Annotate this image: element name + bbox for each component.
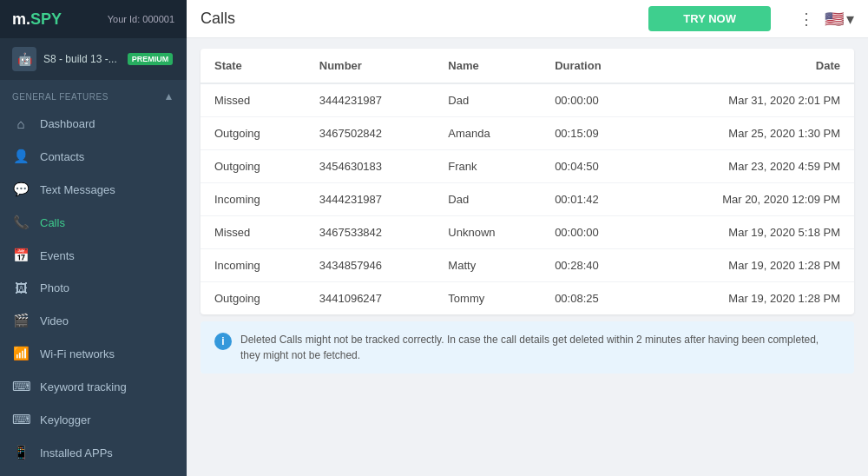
sidebar-item-dashboard[interactable]: ⌂ Dashboard bbox=[0, 108, 187, 140]
cell-name: Tommy bbox=[434, 282, 541, 315]
cell-date: Mar 19, 2020 5:18 PM bbox=[647, 216, 854, 249]
table-row: Incoming3444231987Dad00:01:42Mar 20, 202… bbox=[201, 183, 854, 216]
cell-number: 3441096247 bbox=[306, 282, 435, 315]
cell-duration: 00:15:09 bbox=[541, 117, 647, 150]
logo: m.SPY bbox=[12, 10, 62, 29]
logo-bar: m.SPY Your Id: 000001 bbox=[0, 0, 187, 38]
cell-name: Dad bbox=[434, 183, 541, 216]
sidebar-item-contacts[interactable]: 👤 Contacts bbox=[0, 140, 187, 173]
cell-name: Unknown bbox=[434, 216, 541, 249]
cell-number: 3467502842 bbox=[306, 117, 435, 150]
table-row: Outgoing3441096247Tommy00:08:25Mar 19, 2… bbox=[201, 282, 854, 315]
cell-duration: 00:00:00 bbox=[541, 83, 647, 117]
device-bar: 🤖 S8 - build 13 -... PREMIUM bbox=[0, 38, 187, 80]
cell-number: 3434857946 bbox=[306, 249, 435, 282]
table-row: Incoming3434857946Matty00:28:40Mar 19, 2… bbox=[201, 249, 854, 282]
cell-duration: 00:01:42 bbox=[541, 183, 647, 216]
sidebar-label-calls: Calls bbox=[40, 216, 65, 229]
cell-date: Mar 31, 2020 2:01 PM bbox=[647, 83, 854, 117]
more-options-button[interactable]: ⋮ bbox=[795, 10, 818, 29]
cell-state: Missed bbox=[201, 216, 306, 249]
language-selector-button[interactable]: 🇺🇸 ▾ bbox=[825, 10, 854, 29]
info-text: Deleted Calls might not be tracked corre… bbox=[240, 332, 840, 363]
logo-m: m. bbox=[12, 10, 30, 28]
sidebar-label-installed-apps: Installed APPs bbox=[40, 446, 113, 459]
text-messages-icon: 💬 bbox=[12, 182, 30, 197]
col-header-date: Date bbox=[647, 49, 854, 83]
col-header-duration: Duration bbox=[541, 49, 647, 83]
cell-state: Outgoing bbox=[201, 150, 306, 183]
top-actions: ⋮ 🇺🇸 ▾ bbox=[795, 10, 854, 29]
keyword-tracking-icon: ⌨ bbox=[12, 379, 30, 394]
logo-spy: SPY bbox=[30, 10, 62, 28]
sidebar-item-installed-apps[interactable]: 📱 Installed APPs bbox=[0, 436, 187, 469]
cell-state: Outgoing bbox=[201, 117, 306, 150]
dashboard-icon: ⌂ bbox=[12, 116, 30, 131]
col-header-number: Number bbox=[306, 49, 435, 83]
calls-table: StateNumberNameDurationDate Missed344423… bbox=[201, 49, 854, 314]
cell-number: 3444231987 bbox=[306, 83, 435, 117]
cell-number: 3454630183 bbox=[306, 150, 435, 183]
nav-section-label: GENERAL FEATURES ▲ bbox=[0, 80, 187, 108]
flag-icon: 🇺🇸 bbox=[825, 10, 844, 29]
cell-duration: 00:04:50 bbox=[541, 150, 647, 183]
try-now-button[interactable]: TRY NOW bbox=[648, 6, 771, 31]
table-row: Outgoing3454630183Frank00:04:50Mar 23, 2… bbox=[201, 150, 854, 183]
cell-name: Frank bbox=[434, 150, 541, 183]
sidebar-label-video: Video bbox=[40, 314, 69, 327]
calls-card: StateNumberNameDurationDate Missed344423… bbox=[201, 49, 854, 314]
sidebar-item-keyword-tracking[interactable]: ⌨ Keyword tracking bbox=[0, 370, 187, 403]
cell-number: 3467533842 bbox=[306, 216, 435, 249]
user-id-label: Your Id: 000001 bbox=[108, 14, 174, 24]
table-row: Outgoing3467502842Amanda00:15:09Mar 25, … bbox=[201, 117, 854, 150]
cell-date: Mar 20, 2020 12:09 PM bbox=[647, 183, 854, 216]
nav-items: ⌂ Dashboard 👤 Contacts 💬 Text Messages 📞… bbox=[0, 108, 187, 469]
contacts-icon: 👤 bbox=[12, 149, 30, 164]
sidebar-label-keyword-tracking: Keyword tracking bbox=[40, 380, 127, 393]
cell-name: Dad bbox=[434, 83, 541, 117]
sidebar-label-keylogger: Keylogger bbox=[40, 413, 91, 426]
cell-duration: 00:28:40 bbox=[541, 249, 647, 282]
sidebar-label-wifi: Wi-Fi networks bbox=[40, 347, 115, 360]
col-header-state: State bbox=[201, 49, 306, 83]
installed-apps-icon: 📱 bbox=[12, 445, 30, 460]
info-box: i Deleted Calls might not be tracked cor… bbox=[201, 321, 854, 374]
sidebar-label-events: Events bbox=[40, 249, 75, 262]
sidebar-label-dashboard: Dashboard bbox=[40, 117, 95, 130]
col-header-name: Name bbox=[434, 49, 541, 83]
cell-name: Amanda bbox=[434, 117, 541, 150]
sidebar-item-video[interactable]: 🎬 Video bbox=[0, 304, 187, 337]
sidebar-label-photo: Photo bbox=[40, 281, 69, 294]
table-header: StateNumberNameDurationDate bbox=[201, 49, 854, 83]
table-row: Missed3444231987Dad00:00:00Mar 31, 2020 … bbox=[201, 83, 854, 117]
sidebar-item-photo[interactable]: 🖼 Photo bbox=[0, 272, 187, 304]
cell-duration: 00:08:25 bbox=[541, 282, 647, 315]
table-body: Missed3444231987Dad00:00:00Mar 31, 2020 … bbox=[201, 83, 854, 314]
device-name: S8 - build 13 -... bbox=[43, 53, 117, 65]
cell-state: Incoming bbox=[201, 249, 306, 282]
cell-name: Matty bbox=[434, 249, 541, 282]
cell-date: Mar 25, 2020 1:30 PM bbox=[647, 117, 854, 150]
sidebar: m.SPY Your Id: 000001 🤖 S8 - build 13 -.… bbox=[0, 0, 187, 476]
table-row: Missed3467533842Unknown00:00:00Mar 19, 2… bbox=[201, 216, 854, 249]
sidebar-item-keylogger[interactable]: ⌨ Keylogger bbox=[0, 403, 187, 436]
photo-icon: 🖼 bbox=[12, 281, 30, 295]
main-content: Calls TRY NOW ⋮ 🇺🇸 ▾ StateNumberNameDura… bbox=[187, 0, 868, 476]
section-chevron-icon: ▲ bbox=[164, 90, 174, 102]
sidebar-item-calls[interactable]: 📞 Calls bbox=[0, 206, 187, 239]
events-icon: 📅 bbox=[12, 248, 30, 263]
premium-badge: PREMIUM bbox=[128, 53, 174, 65]
sidebar-label-contacts: Contacts bbox=[40, 150, 84, 163]
sidebar-item-wifi[interactable]: 📶 Wi-Fi networks bbox=[0, 337, 187, 370]
content-area: StateNumberNameDurationDate Missed344423… bbox=[187, 38, 868, 476]
cell-duration: 00:00:00 bbox=[541, 216, 647, 249]
keylogger-icon: ⌨ bbox=[12, 412, 30, 427]
cell-number: 3444231987 bbox=[306, 183, 435, 216]
sidebar-item-text-messages[interactable]: 💬 Text Messages bbox=[0, 173, 187, 206]
sidebar-label-text-messages: Text Messages bbox=[40, 183, 115, 196]
video-icon: 🎬 bbox=[12, 313, 30, 328]
cell-date: Mar 23, 2020 4:59 PM bbox=[647, 150, 854, 183]
cell-state: Outgoing bbox=[201, 282, 306, 315]
page-title: Calls bbox=[201, 10, 235, 28]
sidebar-item-events[interactable]: 📅 Events bbox=[0, 239, 187, 272]
